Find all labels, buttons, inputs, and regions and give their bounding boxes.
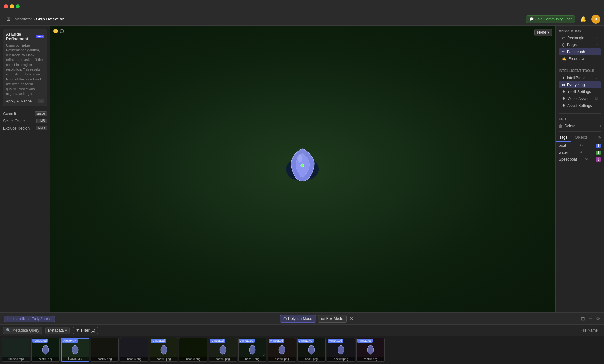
edit-section-title: Edit <box>559 117 601 121</box>
svg-rect-12 <box>184 342 203 358</box>
tool-model-assist[interactable]: ⚙ Model Assist M <box>559 95 601 102</box>
breadcrumb-annotator[interactable]: Annotator <box>14 17 32 21</box>
strip-item[interactable]: Annotated✓boat95.png <box>150 338 178 362</box>
eye-icon-water[interactable]: 👁 <box>580 151 584 154</box>
tag-boat-count: 1 <box>596 144 601 148</box>
main-area: AI Edge Refinement New Using our Edge Re… <box>0 26 604 312</box>
boat-annotation <box>284 144 322 186</box>
filter-icon: ▼ <box>76 328 80 333</box>
svg-point-16 <box>249 345 255 354</box>
shortcut-list: Commit space Select Object LMB Exclude R… <box>3 111 47 131</box>
filter-button[interactable]: ▼ Filter (1) <box>73 327 98 334</box>
tool-everything[interactable]: ⊞ Everything Z <box>559 81 601 88</box>
box-mode-button[interactable]: ▭ Box Mode <box>318 315 347 323</box>
box-mode-label: Box Mode <box>326 317 343 321</box>
paintbrush-label: Paintbrush <box>567 50 585 54</box>
divider-3 <box>559 131 601 132</box>
breadcrumb: Annotator › Ship Detection <box>14 17 65 21</box>
new-badge: New <box>36 35 44 38</box>
notification-button[interactable]: 🔔 <box>579 15 588 24</box>
strip-item[interactable]: boat97.png <box>91 338 119 362</box>
svg-point-22 <box>338 345 344 354</box>
polygon-mode-button[interactable]: ⬡ Polygon Mode <box>280 315 316 323</box>
everything-label: Everything <box>567 83 585 87</box>
close-button[interactable] <box>4 4 8 8</box>
assist-settings-label: Assist Settings <box>567 103 592 108</box>
minimize-button[interactable] <box>10 4 14 8</box>
strip-item[interactable]: trimmed.mp4 <box>2 338 30 362</box>
divider-2 <box>559 113 601 114</box>
rectangle-label: Rectangle <box>567 36 584 40</box>
strip-item[interactable]: Annotated✓boat91.png <box>238 338 266 362</box>
tool-assist-settings[interactable]: ⚙ Assist Settings › <box>559 102 601 109</box>
select-object-key: LMB <box>36 119 47 123</box>
tag-row-boat[interactable]: boat 👁 1 <box>556 142 604 149</box>
join-chat-label: Join Community Chat <box>535 17 572 21</box>
tab-objects[interactable]: Objects <box>571 134 591 142</box>
svg-rect-9 <box>125 342 144 358</box>
paintbrush-key: B <box>596 50 598 54</box>
canvas-area[interactable]: None ▾ <box>50 26 555 312</box>
navbar: ⊞ Annotator › Ship Detection 💬 Join Comm… <box>0 13 604 26</box>
eye-icon-speedboat[interactable]: 👁 <box>585 157 588 161</box>
polygon-icon: ⬡ <box>562 43 565 47</box>
strip-item[interactable]: boat93.png <box>179 338 207 362</box>
nav-right: 💬 Join Community Chat 🔔 U <box>526 15 600 24</box>
eye-icon-boat[interactable]: 👁 <box>579 144 583 147</box>
svg-point-14 <box>220 345 226 354</box>
tag-row-water[interactable]: water 👁 2 <box>556 149 604 156</box>
none-dropdown[interactable]: None ▾ <box>534 29 552 36</box>
strip-item[interactable]: Annotatedboat90.png <box>268 338 296 362</box>
svg-point-11 <box>161 345 167 354</box>
list-view-button[interactable]: ☰ <box>587 316 594 322</box>
grid-view-button[interactable]: ⊞ <box>580 316 586 322</box>
chevron-right-icon: › <box>597 104 598 108</box>
tool-polygon[interactable]: ⬡ Polygon P <box>559 41 601 48</box>
strip-item[interactable]: Annotatedboat98.png <box>61 338 89 362</box>
edit-tags-button[interactable]: ✎ <box>596 134 604 142</box>
filename-sort[interactable]: File Name ↑ <box>580 328 601 333</box>
tab-tags[interactable]: Tags <box>556 134 571 142</box>
everything-icon: ⊞ <box>562 83 565 87</box>
svg-rect-8 <box>95 342 114 358</box>
strip-item[interactable]: Annotatedboat88.png <box>356 338 385 362</box>
annotation-section-title: Annotation <box>559 29 601 33</box>
strip-item[interactable]: boat96.png <box>120 338 148 362</box>
tool-delete[interactable]: 🗑 Delete D <box>559 123 601 130</box>
apply-ai-refine-label: Apply AI Refine <box>6 99 32 103</box>
tool-intellibrush[interactable]: ✦ IntelliBrush Z <box>559 74 601 81</box>
rectangle-icon: ▭ <box>562 36 565 40</box>
metadata-dropdown-icon: ▾ <box>65 328 67 333</box>
metadata-button[interactable]: Metadata ▾ <box>45 327 70 334</box>
chat-icon: 💬 <box>529 17 534 21</box>
svg-point-20 <box>308 345 315 354</box>
tool-rectangle[interactable]: ▭ Rectangle R <box>559 35 601 41</box>
home-button[interactable]: ⊞ <box>4 15 13 24</box>
maximize-button[interactable] <box>16 4 20 8</box>
ai-edge-title: AI Edge Refinement New <box>6 32 44 41</box>
settings-gear-button[interactable]: ⚙ <box>596 316 600 322</box>
strip-item[interactable]: Annotated✓boat92.png <box>209 338 237 362</box>
search-box: 🔍 Metadata Query <box>3 327 42 334</box>
mode-controls: ⬡ Polygon Mode ▭ Box Mode ✕ <box>280 315 355 323</box>
traffic-lights <box>4 4 20 8</box>
strip-item[interactable]: Annotatedboat89.png <box>327 338 355 362</box>
boat-svg <box>284 144 322 185</box>
close-mode-button[interactable]: ✕ <box>349 316 355 321</box>
tag-water-label: water <box>559 150 568 155</box>
strip-item[interactable]: Annotatedboat9.png <box>297 338 326 362</box>
hire-labellers-button[interactable]: Hire Labellers - Early Access <box>4 316 55 322</box>
shortcut-commit: Commit space <box>3 111 47 117</box>
avatar[interactable]: U <box>591 15 600 24</box>
tag-row-speedboat[interactable]: Speedboat 👁 3 <box>556 156 604 163</box>
ai-edge-refinement-card: AI Edge Refinement New Using our Edge Re… <box>3 29 47 106</box>
tool-paintbrush[interactable]: ✏ Paintbrush B <box>559 48 601 55</box>
join-community-chat-button[interactable]: 💬 Join Community Chat <box>526 15 575 23</box>
ai-edge-description: Using our Edge Refinement algorithm, our… <box>6 43 44 96</box>
box-mode-icon: ▭ <box>321 317 325 321</box>
strip-item[interactable]: Annotatedboat99.png <box>31 338 60 362</box>
rectangle-key: R <box>596 36 598 40</box>
tool-intelli-settings[interactable]: ⚙ Intelli-Settings <box>559 88 601 95</box>
tool-freedraw[interactable]: ✍ Freedraw F <box>559 55 601 62</box>
breadcrumb-ship-detection: Ship Detection <box>36 17 65 21</box>
